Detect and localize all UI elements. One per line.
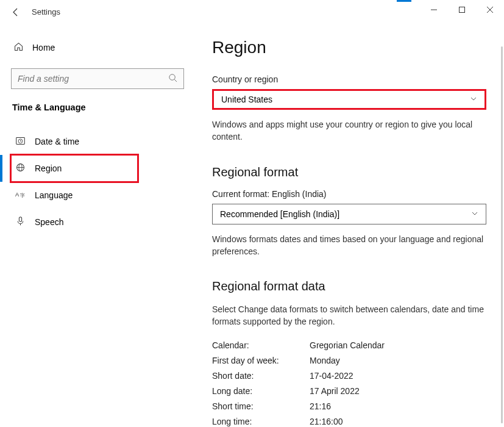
category-title: Time & Language: [11, 102, 184, 112]
format-row: Long time: 21:16:00: [212, 414, 484, 427]
format-data-help: Select Change data formats to switch bet…: [212, 303, 484, 328]
country-help: Windows and apps might use your country …: [212, 118, 484, 143]
sidebar-item-label: Region: [35, 163, 62, 173]
svg-rect-1: [460, 7, 465, 13]
sidebar-item-label: Speech: [35, 217, 63, 227]
sidebar-item-label: Date & time: [35, 137, 79, 146]
content-area: Region Country or region United States W…: [195, 24, 504, 427]
search-icon: [168, 73, 177, 84]
sidebar-item-region[interactable]: Region: [11, 155, 138, 182]
back-button[interactable]: [11, 0, 21, 19]
close-button[interactable]: [476, 0, 504, 20]
format-row: Long date: 17 April 2022: [212, 384, 484, 399]
svg-text:A: A: [15, 192, 20, 198]
home-nav[interactable]: Home: [11, 35, 184, 60]
format-row: First day of week: Monday: [212, 353, 484, 368]
sidebar: Home Time & Language Date & time Region …: [0, 24, 195, 427]
home-icon: [13, 41, 24, 54]
format-row: Short date: 17-04-2022: [212, 368, 484, 384]
window-controls: [420, 0, 504, 20]
clock-icon: [15, 135, 26, 148]
accent-strip: [397, 0, 411, 2]
row-val: 21:16: [310, 401, 331, 411]
window-title: Settings: [32, 0, 60, 16]
sidebar-item-language[interactable]: A字 Language: [11, 182, 184, 209]
globe-icon: [15, 162, 26, 174]
row-val: 17-04-2022: [310, 371, 353, 381]
regional-format-help: Windows formats dates and times based on…: [212, 233, 484, 258]
row-key: Short date:: [212, 371, 310, 381]
svg-rect-13: [19, 217, 21, 222]
search-field[interactable]: [18, 74, 161, 84]
format-row: Short time: 21:16: [212, 399, 484, 414]
svg-line-5: [174, 79, 177, 82]
home-label: Home: [32, 43, 55, 52]
minimize-button[interactable]: [420, 0, 448, 20]
titlebar: Settings: [0, 0, 504, 24]
page-title: Region: [212, 38, 484, 57]
row-key: Long time:: [212, 417, 310, 426]
country-value: United States: [221, 95, 272, 104]
regional-format-value: Recommended [English (India)]: [220, 209, 339, 219]
row-val: 21:16:00: [310, 417, 343, 426]
row-val: Gregorian Calendar: [310, 340, 385, 350]
chevron-down-icon: [470, 95, 477, 104]
regional-format-title: Regional format: [212, 165, 484, 179]
scrollbar[interactable]: [501, 46, 503, 423]
search-input[interactable]: [11, 68, 184, 89]
row-key: Short time:: [212, 401, 310, 411]
row-key: Calendar:: [212, 340, 310, 350]
microphone-icon: [15, 216, 26, 228]
chevron-down-icon: [471, 209, 478, 219]
sidebar-item-datetime[interactable]: Date & time: [11, 128, 184, 155]
maximize-button[interactable]: [448, 0, 476, 20]
format-data-title: Regional format data: [212, 279, 484, 293]
row-key: Long date:: [212, 386, 310, 396]
sidebar-item-label: Language: [35, 190, 73, 200]
language-icon: A字: [15, 189, 26, 201]
svg-text:字: 字: [20, 193, 24, 198]
row-val: 17 April 2022: [310, 386, 360, 396]
row-key: First day of week:: [212, 356, 310, 365]
svg-point-4: [169, 74, 175, 80]
country-select[interactable]: United States: [212, 89, 486, 110]
sidebar-item-speech[interactable]: Speech: [11, 209, 184, 235]
format-row: Calendar: Gregorian Calendar: [212, 338, 484, 353]
current-format-label: Current format: English (India): [212, 189, 484, 199]
regional-format-select[interactable]: Recommended [English (India)]: [212, 204, 486, 224]
row-val: Monday: [310, 356, 340, 365]
main-layout: Home Time & Language Date & time Region …: [0, 24, 504, 427]
country-label: Country or region: [212, 74, 484, 84]
